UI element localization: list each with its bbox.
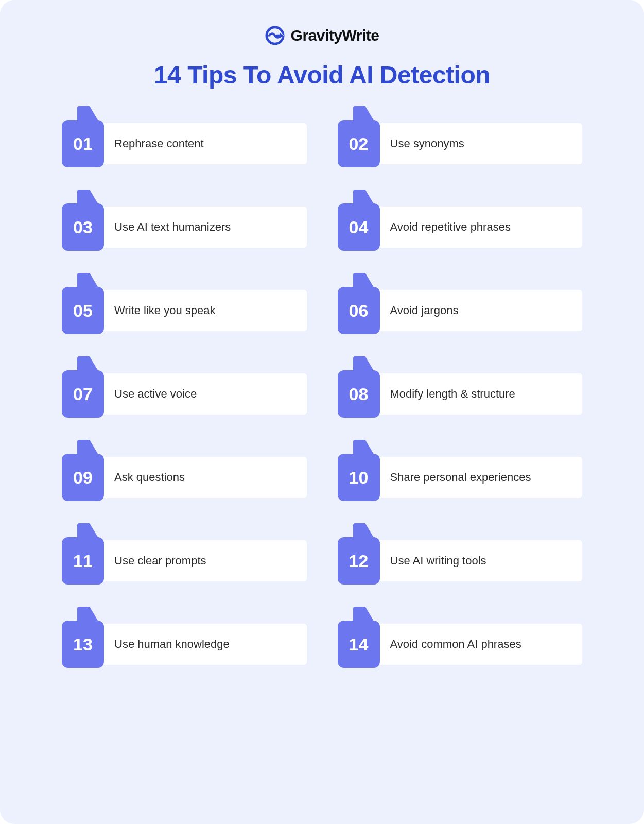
tip-card: Write like you speak: [92, 290, 307, 331]
tip-number: 12: [349, 551, 369, 571]
badge-tab: [77, 356, 98, 370]
tip-card: Use AI text humanizers: [92, 207, 307, 248]
tip-text: Use AI writing tools: [390, 554, 486, 569]
badge-tab: [353, 607, 374, 621]
tip-number-badge: 10: [338, 454, 380, 501]
tip-text: Use synonyms: [390, 136, 464, 151]
tip-card: Avoid common AI phrases: [368, 624, 583, 665]
tip-card: Avoid repetitive phrases: [368, 207, 583, 248]
tip-number-badge: 13: [62, 621, 104, 668]
tip-card: Use synonyms: [368, 123, 583, 164]
tip-item: 13 Use human knowledge: [62, 621, 307, 668]
page-container: GravityWrite 14 Tips To Avoid AI Detecti…: [0, 0, 644, 824]
badge-tab: [353, 190, 374, 203]
tip-item: 07 Use active voice: [62, 370, 307, 418]
tip-item: 01 Rephrase content: [62, 120, 307, 167]
tip-text: Use clear prompts: [114, 554, 206, 569]
tip-text: Ask questions: [114, 470, 185, 485]
badge-tab: [77, 190, 98, 203]
tip-item: 11 Use clear prompts: [62, 537, 307, 585]
brand-logo-icon: [265, 26, 285, 45]
tip-card: Modify length & structure: [368, 373, 583, 415]
tip-item: 08 Modify length & structure: [338, 370, 583, 418]
tip-number: 14: [349, 634, 369, 655]
tip-number: 09: [73, 468, 93, 488]
tip-number: 05: [73, 301, 93, 321]
tip-number-badge: 07: [62, 370, 104, 418]
brand-header: GravityWrite: [0, 26, 644, 45]
tip-number-badge: 12: [338, 537, 380, 585]
brand-name: GravityWrite: [291, 27, 379, 44]
tip-text: Use human knowledge: [114, 637, 230, 652]
tip-number: 11: [73, 551, 93, 571]
tip-number: 01: [73, 134, 93, 154]
tip-item: 09 Ask questions: [62, 454, 307, 501]
tip-number-badge: 04: [338, 203, 380, 251]
tip-text: Modify length & structure: [390, 387, 515, 402]
badge-tab: [77, 440, 98, 454]
tip-number-badge: 01: [62, 120, 104, 167]
tip-number: 08: [349, 384, 369, 404]
badge-tab: [77, 523, 98, 537]
tip-text: Share personal experiences: [390, 470, 531, 485]
tip-text: Use active voice: [114, 387, 197, 402]
badge-tab: [353, 356, 374, 370]
badge-tab: [353, 523, 374, 537]
tip-item: 10 Share personal experiences: [338, 454, 583, 501]
tip-number: 13: [73, 634, 93, 655]
tip-item: 14 Avoid common AI phrases: [338, 621, 583, 668]
badge-tab: [77, 607, 98, 621]
tip-number: 06: [349, 301, 369, 321]
tip-text: Write like you speak: [114, 303, 215, 318]
tip-text: Use AI text humanizers: [114, 220, 231, 235]
tip-number-badge: 14: [338, 621, 380, 668]
tip-number: 02: [349, 134, 369, 154]
tip-number: 04: [349, 217, 369, 237]
tip-number-badge: 03: [62, 203, 104, 251]
tip-number: 10: [349, 468, 369, 488]
tip-card: Rephrase content: [92, 123, 307, 164]
tip-item: 02 Use synonyms: [338, 120, 583, 167]
badge-tab: [353, 106, 374, 120]
tip-text: Rephrase content: [114, 136, 204, 151]
tip-item: 05 Write like you speak: [62, 287, 307, 334]
tip-number-badge: 02: [338, 120, 380, 167]
badge-tab: [77, 106, 98, 120]
tip-number-badge: 11: [62, 537, 104, 585]
badge-tab: [77, 273, 98, 287]
tips-grid: 01 Rephrase content 02 Use synonyms 03 U…: [0, 120, 644, 668]
tip-number: 03: [73, 217, 93, 237]
tip-card: Use active voice: [92, 373, 307, 415]
tip-card: Share personal experiences: [368, 457, 583, 498]
tip-number-badge: 06: [338, 287, 380, 334]
tip-number-badge: 05: [62, 287, 104, 334]
tip-text: Avoid repetitive phrases: [390, 220, 511, 235]
tip-item: 12 Use AI writing tools: [338, 537, 583, 585]
tip-number-badge: 09: [62, 454, 104, 501]
tip-card: Ask questions: [92, 457, 307, 498]
tip-card: Use human knowledge: [92, 624, 307, 665]
tip-text: Avoid common AI phrases: [390, 637, 521, 652]
tip-item: 04 Avoid repetitive phrases: [338, 203, 583, 251]
badge-tab: [353, 440, 374, 454]
tip-item: 06 Avoid jargons: [338, 287, 583, 334]
tip-item: 03 Use AI text humanizers: [62, 203, 307, 251]
page-title: 14 Tips To Avoid AI Detection: [0, 61, 644, 89]
tip-card: Use clear prompts: [92, 540, 307, 581]
tip-number-badge: 08: [338, 370, 380, 418]
badge-tab: [353, 273, 374, 287]
tip-text: Avoid jargons: [390, 303, 459, 318]
tip-card: Use AI writing tools: [368, 540, 583, 581]
tip-number: 07: [73, 384, 93, 404]
tip-card: Avoid jargons: [368, 290, 583, 331]
